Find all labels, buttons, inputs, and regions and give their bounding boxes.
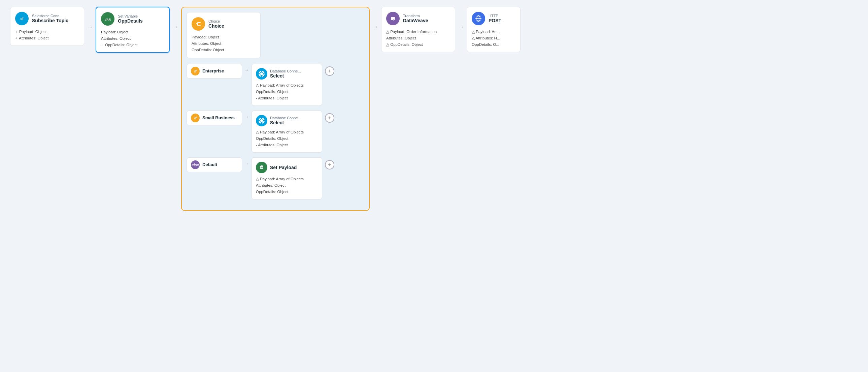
arrow-3: →: [370, 24, 381, 31]
choice-container: Choice Choice Payload: Object Attributes…: [181, 7, 370, 211]
http-fields: △ Payload: An... △ Attributes: H... OppD…: [472, 29, 516, 48]
setpayload-name: Set Payload: [270, 165, 297, 170]
branch-smallbusiness-badge: if: [191, 114, 200, 122]
http-node[interactable]: HTTP POST △ Payload: An... △ Attributes:…: [467, 7, 521, 52]
salesforce-name: Subscribe Topic: [32, 18, 68, 23]
branch-default-badge: else: [191, 161, 200, 169]
set-variable-node[interactable]: VAR Set Variable OppDetails Payload: Obj…: [96, 7, 170, 53]
sv-field-1: Attributes: Object: [101, 35, 164, 42]
db-select-1-title: Database Conne... Select: [270, 69, 301, 79]
add-button-1[interactable]: +: [325, 66, 334, 76]
salesforce-fields: + Payload: Object + Attributes: Object: [15, 29, 79, 41]
choice-fields: Payload: Object Attributes: Object OppDe…: [192, 34, 255, 53]
salesforce-title: Salesforce Conn... Subscribe Topic: [32, 14, 68, 23]
tf-field-1: Attributes: Object: [386, 35, 450, 41]
arrow-4: →: [455, 24, 467, 31]
db-field-2-0: △ Payload: Array of Objects: [256, 129, 318, 136]
http-title: HTTP POST: [489, 14, 501, 23]
db-field-1-2: - Attributes: Object: [256, 95, 318, 102]
flow-row: sf Salesforce Conn... Subscribe Topic + …: [10, 7, 521, 211]
set-payload-title: Set Payload: [270, 165, 297, 170]
salesforce-type: Salesforce Conn...: [32, 14, 68, 18]
branch-smallbusiness: if Small Business →: [187, 111, 364, 153]
svg-rect-11: [260, 166, 263, 169]
branch-smallbusiness-text: Small Business: [203, 115, 235, 120]
svg-text:sf: sf: [21, 17, 24, 21]
arrow-2: →: [170, 24, 181, 31]
http-header: HTTP POST: [472, 12, 516, 25]
transform-type: Transform: [403, 14, 428, 18]
branch-arrow-1: →: [242, 67, 251, 73]
db-icon-2: [256, 115, 267, 126]
db-icon-1: [256, 68, 267, 80]
branch-enterprise-label[interactable]: if Enterprise: [187, 64, 242, 79]
choice-name: Choice: [209, 23, 224, 29]
http-field-0: △ Payload: An...: [472, 29, 516, 35]
sp-field-2: OppDetails: Object: [256, 189, 318, 195]
set-payload-fields: △ Payload: Array of Objects Attributes: …: [256, 176, 318, 195]
branch-default-label[interactable]: else Default: [187, 158, 242, 172]
db-field-2-1: OppDetails: Object: [256, 136, 318, 142]
branch-default-text: Default: [203, 162, 217, 167]
svg-text:VAR: VAR: [105, 18, 111, 21]
svg-marker-4: [106, 16, 109, 17]
db-field-1-0: △ Payload: Array of Objects: [256, 82, 318, 89]
branch-enterprise-text: Enterprise: [203, 68, 224, 74]
http-name: POST: [489, 18, 501, 23]
db-field-2-2: - Attributes: Object: [256, 142, 318, 148]
db-select-2-header: Database Conne... Select: [256, 115, 318, 126]
branch-arrow-3: →: [242, 161, 251, 167]
db-fields-2: △ Payload: Array of Objects OppDetails: …: [256, 129, 318, 148]
transform-icon: [386, 12, 400, 25]
db-select-2-title: Database Conne... Select: [270, 116, 301, 125]
http-icon: [472, 12, 485, 25]
branch-enterprise: if Enterprise → Dat: [187, 64, 364, 106]
db-field-1-1: OppDetails: Object: [256, 89, 318, 95]
http-field-1: △ Attributes: H...: [472, 35, 516, 41]
sv-field-0: Payload: Object: [101, 29, 164, 35]
choice-header: Choice Choice: [192, 17, 255, 31]
branch-enterprise-badge: if: [191, 67, 200, 76]
tf-field-0: △ Payload: Order Information: [386, 29, 450, 35]
svg-rect-12: [260, 166, 262, 167]
svg-point-5: [195, 20, 202, 28]
http-type: HTTP: [489, 14, 501, 18]
transform-name: DataWeave: [403, 18, 428, 23]
branch-smallbusiness-label[interactable]: if Small Business: [187, 111, 242, 125]
http-field-2: OppDetails: O...: [472, 41, 516, 48]
db-name-1: Select: [270, 73, 301, 79]
choice-header-card[interactable]: Choice Choice Payload: Object Attributes…: [187, 12, 260, 58]
transform-node[interactable]: Transform DataWeave △ Payload: Order Inf…: [381, 7, 455, 52]
choice-field-0: Payload: Object: [192, 34, 255, 40]
setpayload-icon: [256, 162, 267, 173]
arrow-1: →: [84, 24, 96, 31]
salesforce-node[interactable]: sf Salesforce Conn... Subscribe Topic + …: [10, 7, 84, 46]
db-type-1: Database Conne...: [270, 69, 301, 73]
sp-field-0: △ Payload: Array of Objects: [256, 176, 318, 182]
set-variable-type: Set Variable: [118, 14, 143, 18]
branch-default: else Default →: [187, 158, 364, 199]
db-select-2-card[interactable]: Database Conne... Select △ Payload: Arra…: [251, 111, 322, 153]
set-variable-title: Set Variable OppDetails: [118, 14, 143, 24]
set-variable-fields: Payload: Object Attributes: Object + Opp…: [101, 29, 164, 48]
db-select-1-card[interactable]: Database Conne... Select △ Payload: Arra…: [251, 64, 322, 106]
sp-field-1: Attributes: Object: [256, 182, 318, 189]
branch-arrow-2: →: [242, 114, 251, 120]
transform-fields: △ Payload: Order Information Attributes:…: [386, 29, 450, 48]
salesforce-header: sf Salesforce Conn... Subscribe Topic: [15, 12, 79, 25]
choice-title: Choice Choice: [209, 19, 224, 29]
set-payload-card[interactable]: Set Payload △ Payload: Array of Objects …: [251, 158, 322, 199]
salesforce-icon: sf: [15, 12, 29, 25]
add-button-2[interactable]: +: [325, 113, 334, 123]
db-name-2: Select: [270, 120, 301, 125]
choice-field-1: Attributes: Object: [192, 40, 255, 47]
set-variable-name: OppDetails: [118, 18, 143, 24]
salesforce-field-1: + Attributes: Object: [15, 35, 79, 41]
var-icon: VAR: [101, 12, 115, 26]
add-button-3[interactable]: +: [325, 160, 334, 170]
db-type-2: Database Conne...: [270, 116, 301, 120]
choice-type: Choice: [209, 19, 224, 23]
sv-field-2: + OppDetails: Object: [101, 42, 164, 48]
db-fields-1: △ Payload: Array of Objects OppDetails: …: [256, 82, 318, 102]
salesforce-field-0: + Payload: Object: [15, 29, 79, 35]
